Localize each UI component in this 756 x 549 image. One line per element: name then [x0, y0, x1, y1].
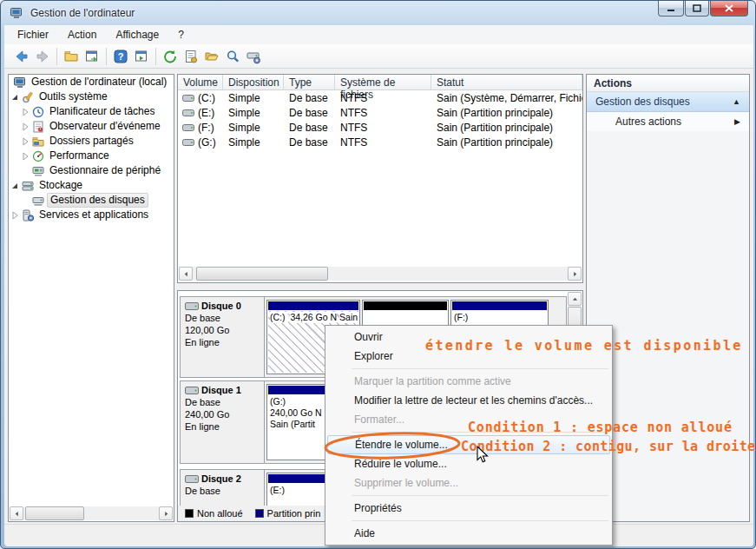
- disk-icon: [185, 474, 199, 484]
- tree-item-label: Observateur d'événeme: [47, 120, 163, 133]
- collapsed-arrow-icon[interactable]: [21, 122, 30, 131]
- close-button[interactable]: [710, 1, 748, 17]
- menu-affichage[interactable]: Affichage: [106, 26, 168, 43]
- computer-management-window: Gestion de l'ordinateur Fichier Action A…: [0, 0, 756, 549]
- storage-icon: [21, 179, 35, 193]
- maximize-button[interactable]: [685, 1, 709, 17]
- expanded-arrow-icon[interactable]: [10, 182, 19, 190]
- scheduler-icon: [31, 105, 45, 119]
- shared-folders-icon: [31, 135, 45, 149]
- menu-separator: [352, 495, 608, 496]
- scroll-right-icon[interactable]: [159, 506, 173, 520]
- tools-icon: [21, 90, 35, 104]
- column-volume[interactable]: Volume: [178, 75, 223, 89]
- console-tree-icon[interactable]: [61, 47, 82, 66]
- tree-item-services-applications[interactable]: Services et applications: [9, 208, 174, 222]
- minimize-button[interactable]: [658, 1, 684, 17]
- tree-item-stockage[interactable]: Stockage: [9, 178, 174, 193]
- tree-item-performance[interactable]: Performance: [9, 149, 174, 163]
- scroll-right-icon[interactable]: [568, 267, 582, 281]
- back-icon[interactable]: [11, 47, 32, 66]
- help-icon[interactable]: ?: [110, 47, 131, 66]
- collapse-icon[interactable]: ▲: [733, 97, 740, 106]
- forward-icon[interactable]: [32, 47, 53, 66]
- menu-item-aide[interactable]: Aide: [327, 524, 610, 543]
- primary-partition-swatch: [255, 509, 264, 518]
- refresh-icon[interactable]: [160, 47, 181, 66]
- tree-item-gestion-des-disques[interactable]: Gestion des disques: [9, 193, 174, 208]
- tree-item-label: Performance: [47, 149, 112, 162]
- search-icon[interactable]: [222, 47, 243, 66]
- open-folder-icon[interactable]: [201, 47, 222, 66]
- column-type[interactable]: Type: [284, 75, 335, 89]
- volume-row-e[interactable]: (E:) Simple De base NTFS Sain (Partition…: [178, 105, 582, 120]
- highlight-ellipse: [322, 431, 466, 462]
- unallocated-swatch: [185, 509, 194, 518]
- window-title: Gestion de l'ordinateur: [30, 7, 135, 19]
- menu-item-modifier-lettre[interactable]: Modifier la lettre de lecteur et les che…: [327, 391, 610, 410]
- scrollbar-thumb[interactable]: [196, 267, 328, 281]
- scroll-left-icon[interactable]: [10, 506, 23, 520]
- collapsed-arrow-icon[interactable]: [21, 152, 30, 161]
- actions-header: Actions: [587, 75, 749, 92]
- show-window-icon[interactable]: [131, 47, 152, 66]
- performance-icon: [31, 149, 45, 163]
- menu-separator: [352, 520, 608, 521]
- column-systeme-fichiers[interactable]: Système de fichiers: [335, 75, 431, 89]
- submenu-arrow-icon: ▶: [734, 117, 740, 126]
- menu-bar: Fichier Action Affichage ?: [4, 25, 753, 44]
- actions-item-autres-actions[interactable]: Autres actions ▶: [587, 112, 749, 131]
- volume-row-g[interactable]: (G:) Simple De base NTFS Sain (Partition…: [178, 135, 582, 149]
- menu-fichier[interactable]: Fichier: [8, 26, 58, 43]
- disk-manage-icon[interactable]: [243, 47, 264, 66]
- actions-group-gestion-des-disques[interactable]: Gestion des disques ▲: [587, 92, 749, 112]
- menu-help[interactable]: ?: [168, 26, 194, 43]
- tree-item-planificateur[interactable]: Planificateur de tâches: [9, 104, 174, 119]
- menu-action[interactable]: Action: [58, 26, 106, 43]
- mouse-cursor-icon: [476, 446, 490, 465]
- collapsed-arrow-icon[interactable]: [21, 108, 30, 116]
- export-list-icon[interactable]: [82, 47, 102, 66]
- menu-item-marquer-partition-active: Marquer la partition comme active: [327, 372, 610, 391]
- volume-row-f[interactable]: (F:) Simple De base NTFS Sain (Partition…: [178, 120, 582, 135]
- volume-horizontal-scrollbar[interactable]: [179, 267, 582, 281]
- collapsed-arrow-icon[interactable]: [10, 211, 19, 220]
- column-statut[interactable]: Statut: [431, 75, 582, 89]
- tree-item-gestionnaire-peripheriques[interactable]: Gestionnaire de périphé: [9, 163, 174, 178]
- device-manager-icon: [31, 164, 45, 178]
- menu-item-proprietes[interactable]: Propriétés: [327, 499, 610, 518]
- services-icon: [21, 208, 35, 222]
- tree-item-label: Dossiers partagés: [47, 135, 136, 148]
- column-disposition[interactable]: Disposition: [223, 75, 284, 89]
- tree-item-outils-systeme[interactable]: Outils système: [9, 89, 174, 104]
- volume-row-c[interactable]: (C:) Simple De base NTFS Sain (Système, …: [178, 90, 582, 105]
- computer-icon: [13, 76, 27, 89]
- collapsed-arrow-icon[interactable]: [21, 137, 30, 146]
- tree-item-label: Gestionnaire de périphé: [47, 164, 163, 177]
- event-viewer-icon: [31, 120, 45, 134]
- legend-label-primary: Partition prin: [267, 508, 321, 519]
- console-tree-panel: Gestion de l'ordinateur (local) Outils s…: [8, 74, 174, 522]
- tree-item-dossiers-partages[interactable]: Dossiers partagés: [9, 134, 174, 149]
- drive-icon: [182, 123, 194, 132]
- scrollbar-thumb[interactable]: [25, 506, 84, 520]
- menu-separator: [352, 368, 608, 369]
- tree-item-label: Gestion de l'ordinateur (local): [29, 76, 169, 89]
- partition-color-strip: [364, 301, 447, 310]
- toolbar-separator: [106, 48, 107, 65]
- toolbar-separator: [155, 48, 156, 65]
- tree-item-computer-management[interactable]: Gestion de l'ordinateur (local): [9, 75, 174, 89]
- scroll-up-icon[interactable]: [568, 292, 582, 306]
- tree-item-observateur[interactable]: Observateur d'événeme: [9, 119, 174, 134]
- partition-color-strip: [268, 301, 358, 310]
- drive-icon: [182, 94, 194, 103]
- actions-group-label: Gestion des disques: [595, 96, 690, 108]
- properties-icon[interactable]: [181, 47, 201, 66]
- scroll-left-icon[interactable]: [179, 267, 193, 281]
- disk0-info[interactable]: Disque 0 De base 120,00 Go En ligne: [181, 297, 265, 377]
- disk-icon: [185, 301, 199, 311]
- tree-horizontal-scrollbar[interactable]: [10, 506, 173, 520]
- disk1-info[interactable]: Disque 1 De base 240,00 Go En ligne: [181, 381, 265, 463]
- menu-item-supprimer-le-volume: Supprimer le volume...: [327, 473, 610, 493]
- expanded-arrow-icon[interactable]: [10, 93, 19, 102]
